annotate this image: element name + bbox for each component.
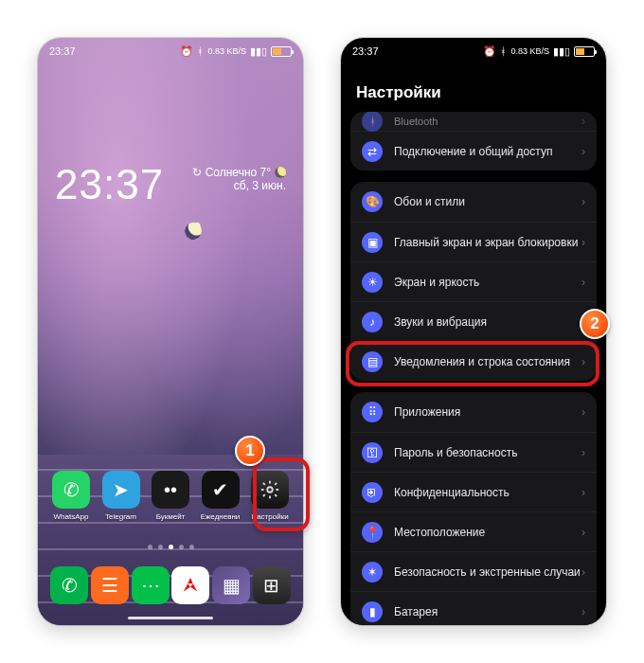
weather-refresh-icon: ↻ — [192, 166, 202, 179]
status-time: 23:37 — [352, 45, 379, 57]
weather-widget[interactable]: ↻ Солнечно 7° сб, 3 июн. — [192, 166, 286, 192]
page-indicator[interactable] — [38, 545, 303, 549]
whatsapp-icon: ✆ — [52, 471, 90, 509]
chevron-right-icon: › — [581, 486, 585, 499]
app-label: Настройки — [251, 512, 288, 521]
dock-messages[interactable]: ⋯ — [130, 566, 170, 604]
bluetooth-icon: ᚼ — [500, 45, 507, 57]
settings-row-location[interactable]: 📍 Местоположение › — [350, 511, 597, 551]
sharing-icon: ⇄ — [362, 141, 383, 162]
gallery-icon: ▦ — [212, 566, 250, 604]
dock: ✆ ☰ ⋯ ▦ ⊞ — [49, 566, 292, 604]
signal-icon: ▮▮▯ — [553, 45, 570, 58]
chevron-right-icon: › — [581, 315, 585, 329]
chevron-right-icon: › — [581, 115, 585, 128]
weather-date: сб, 3 июн. — [192, 179, 286, 192]
apps-icon: ⠿ — [362, 402, 383, 422]
chevron-right-icon: › — [581, 145, 585, 158]
settings-list[interactable]: ᚼ Bluetooth › ⇄ Подключение и общий дост… — [341, 112, 606, 625]
sound-icon: ♪ — [362, 312, 383, 332]
settings-row-notifications[interactable]: ▤ Уведомления и строка состояния › — [350, 341, 597, 381]
browser-icon — [171, 566, 209, 604]
svg-point-0 — [267, 487, 273, 493]
row-label: Пароль и безопасность — [394, 446, 581, 459]
clock-widget[interactable]: 23:37 — [55, 161, 164, 208]
app-bookmate[interactable]: •• Букмейт — [149, 471, 192, 521]
network-speed: 0.83 KB/S — [207, 46, 246, 56]
key-icon: ⚿ — [362, 442, 383, 463]
settings-row-display[interactable]: ☀ Экран и яркость › — [350, 261, 597, 301]
settings-row-emergency[interactable]: ✶ Безопасность и экстренные случаи › — [350, 551, 597, 591]
status-time: 23:37 — [49, 45, 76, 57]
row-label: Главный экран и экран блокировки — [394, 236, 581, 249]
app-label: Букмейт — [156, 512, 186, 521]
settings-row-homelock[interactable]: ▣ Главный экран и экран блокировки › — [350, 222, 597, 261]
app-label: WhatsApp — [54, 512, 89, 521]
settings-group: ᚼ Bluetooth › ⇄ Подключение и общий дост… — [350, 112, 597, 170]
row-label: Приложения — [394, 405, 581, 419]
row-label: Местоположение — [394, 526, 581, 539]
battery-icon — [574, 46, 595, 57]
status-icons: ⏰ ᚼ 0.83 KB/S ▮▮▯ — [483, 45, 595, 58]
chevron-right-icon: › — [581, 565, 585, 579]
bluetooth-icon: ᚼ — [362, 112, 383, 132]
app-row: ✆ WhatsApp ➤ Telegram •• Букмейт ✔ Ежедн… — [49, 471, 292, 521]
dock-browser[interactable] — [170, 566, 211, 604]
messages-icon: ⋯ — [132, 566, 170, 604]
clock-time: 23:37 — [55, 161, 164, 208]
daily-icon: ✔ — [202, 471, 240, 509]
chevron-right-icon: › — [581, 195, 585, 208]
battery-icon — [271, 46, 292, 57]
settings-row-wallpaper[interactable]: 🎨 Обои и стили › — [350, 182, 597, 222]
chevron-right-icon: › — [581, 236, 585, 249]
settings-row-battery[interactable]: ▮ Батарея › — [350, 591, 597, 625]
dock-apps[interactable]: ⊞ — [251, 566, 292, 604]
status-bar: 23:37 ⏰ ᚼ 0.83 KB/S ▮▮▯ — [38, 38, 303, 64]
app-daily[interactable]: ✔ Ежедневни — [199, 471, 242, 521]
dock-contacts[interactable]: ☰ — [90, 566, 131, 604]
home-indicator[interactable] — [128, 617, 213, 619]
row-label: Безопасность и экстренные случаи — [394, 565, 581, 579]
chevron-right-icon: › — [581, 355, 585, 368]
row-label: Звуки и вибрация — [394, 315, 581, 329]
row-label: Обои и стили — [394, 195, 581, 208]
phone-icon: ✆ — [50, 566, 88, 604]
dock-phone[interactable]: ✆ — [49, 566, 90, 604]
telegram-icon: ➤ — [102, 471, 140, 509]
shield-icon: ⛨ — [362, 482, 383, 503]
settings-row-sound[interactable]: ♪ Звуки и вибрация › — [350, 301, 597, 341]
row-label: Батарея — [394, 605, 581, 618]
settings-row-security[interactable]: ⚿ Пароль и безопасность › — [350, 432, 597, 472]
apps-icon: ⊞ — [253, 566, 291, 604]
row-label: Подключение и общий доступ — [394, 145, 581, 158]
home-screen: 23:37 ⏰ ᚼ 0.83 KB/S ▮▮▯ 23:37 ↻ Солнечно… — [38, 38, 303, 625]
dock-gallery[interactable]: ▦ — [211, 566, 252, 604]
settings-group: 🎨 Обои и стили › ▣ Главный экран и экран… — [350, 182, 597, 381]
weather-text: Солнечно 7° — [206, 166, 271, 179]
settings-icon — [251, 471, 289, 509]
settings-row-sharing[interactable]: ⇄ Подключение и общий доступ › — [350, 131, 597, 170]
settings-row-bluetooth[interactable]: ᚼ Bluetooth › — [350, 112, 597, 131]
emergency-icon: ✶ — [362, 562, 383, 582]
chevron-right-icon: › — [581, 526, 585, 539]
weather-moon-icon — [275, 167, 286, 178]
app-telegram[interactable]: ➤ Telegram — [99, 471, 143, 521]
app-whatsapp[interactable]: ✆ WhatsApp — [49, 471, 93, 521]
chevron-right-icon: › — [581, 405, 585, 419]
chevron-right-icon: › — [581, 446, 585, 459]
row-label: Конфиденциальность — [394, 486, 581, 499]
palette-icon: 🎨 — [362, 191, 383, 212]
status-bar: 23:37 ⏰ ᚼ 0.83 KB/S ▮▮▯ — [341, 38, 606, 64]
bluetooth-icon: ᚼ — [197, 45, 204, 57]
chevron-right-icon: › — [581, 605, 585, 618]
status-icons: ⏰ ᚼ 0.83 KB/S ▮▮▯ — [180, 45, 292, 58]
contacts-icon: ☰ — [91, 566, 129, 604]
settings-row-apps[interactable]: ⠿ Приложения › — [350, 392, 597, 432]
settings-screen: 23:37 ⏰ ᚼ 0.83 KB/S ▮▮▯ Настройки ᚼ Blue… — [341, 38, 606, 625]
network-speed: 0.83 KB/S — [510, 46, 549, 56]
notification-icon: ▤ — [362, 351, 383, 372]
app-settings[interactable]: Настройки — [248, 471, 292, 521]
row-label: Экран и яркость — [394, 276, 581, 289]
settings-row-privacy[interactable]: ⛨ Конфиденциальность › — [350, 472, 597, 511]
chevron-right-icon: › — [581, 276, 585, 289]
